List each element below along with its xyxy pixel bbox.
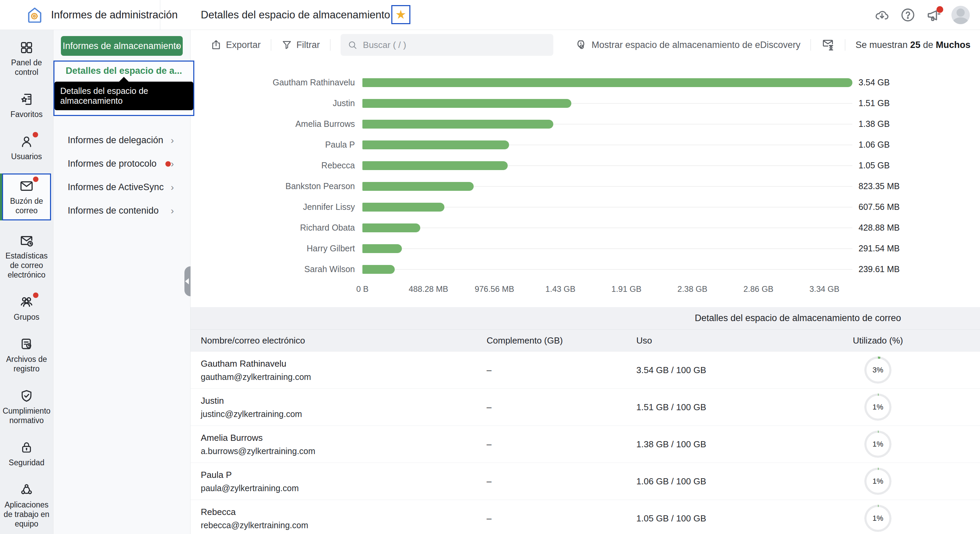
chart-category-label: Jennifer Lissy: [191, 202, 363, 212]
sidebar-item-aplicaciones-de-trabajo-en-equipo[interactable]: Aplicaciones de trabajo en equipo: [2, 480, 51, 531]
chart-bar: [363, 99, 571, 108]
lock-icon: [19, 440, 34, 455]
used-percent-donut: 1%: [864, 468, 891, 495]
chart-value-label: 239.61 MB: [853, 264, 980, 274]
table-row: Justin justinc@zylkertraining.com – 1.51…: [191, 389, 980, 426]
sidebar-item-archivos-de-registro[interactable]: Archivos de registro: [2, 334, 51, 375]
sidebar-item-usuarios[interactable]: Usuarios: [2, 131, 51, 163]
sidebar-item-cumplimiento-normativo[interactable]: Cumplimiento normativo: [2, 386, 51, 427]
user-email: gautham@zylkertraining.com: [201, 372, 487, 382]
chart-row: Paula P 1.06 GB: [191, 134, 980, 155]
ediscovery-toggle[interactable]: Mostrar espacio de almacenamiento de eDi…: [574, 38, 800, 51]
x-axis-tick: 976.56 MB: [475, 284, 514, 294]
storage-reports-button[interactable]: Informes de almacenamiento ›: [61, 36, 183, 56]
chart-row: Gautham Rathinavelu 3.54 GB: [191, 72, 980, 93]
search-input[interactable]: [363, 40, 546, 50]
submenu-item-informes-de-protocolo[interactable]: Informes de protocolo ›: [53, 153, 190, 175]
chart-category-label: Harry Gilbert: [191, 243, 363, 253]
sidebar-item-favoritos[interactable]: Favoritos: [2, 89, 51, 121]
chart-bar: [363, 224, 420, 232]
search-icon: [347, 40, 358, 50]
sidebar-item-label: Archivos de registro: [3, 354, 50, 373]
table-row: Paula P paula@zylkertraining.com – 1.06 …: [191, 463, 980, 500]
sidebar-item-label: Panel de control: [3, 58, 50, 77]
groups-icon: [19, 294, 34, 310]
favorites-icon: [19, 92, 34, 107]
top-header: Informes de administración Detalles del …: [0, 0, 980, 30]
avatar[interactable]: [951, 6, 970, 24]
storage-reports-button-label: Informes de almacenamiento: [63, 41, 181, 51]
mailbox-icon: [19, 178, 34, 194]
addon-value: –: [487, 439, 636, 450]
table-body: Gautham Rathinavelu gautham@zylkertraini…: [191, 352, 980, 534]
chart-gridline: [363, 227, 853, 228]
announcements-icon[interactable]: [926, 7, 942, 23]
user-icon: [19, 134, 34, 149]
sidebar-item-panel-de-control[interactable]: Panel de control: [2, 37, 51, 79]
sidebar-nav: Panel de control Favoritos Usuarios Buzó…: [0, 30, 53, 534]
user-name: Amelia Burrows: [201, 433, 487, 443]
chart-value-label: 1.38 GB: [853, 119, 980, 129]
used-percent-donut: 1%: [864, 431, 891, 458]
chart-bar: [363, 244, 402, 253]
toolbar-divider: [845, 39, 845, 51]
sidebar-item-buz-n-de-correo[interactable]: Buzón de correo: [2, 173, 51, 220]
storage-details-tooltip: Detalles del espacio de almacenamiento: [54, 82, 193, 110]
chart-category-label: Amelia Burrows: [191, 119, 363, 129]
chart-row: Justin 1.51 GB: [191, 93, 980, 114]
submenu-item-informes-de-contenido[interactable]: Informes de contenido ›: [53, 200, 190, 221]
x-axis-tick: 1.43 GB: [546, 284, 576, 294]
sidebar-item-label: Cumplimiento normativo: [3, 406, 51, 425]
download-cloud-icon[interactable]: [874, 7, 890, 23]
mail-stats-icon: [19, 233, 34, 249]
sidebar-item-estad-sticas-de-correo-electr-nico[interactable]: Estadísticas de correo electrónico: [2, 230, 51, 281]
addon-value: –: [487, 365, 636, 375]
help-icon[interactable]: [900, 7, 916, 23]
usage-value: 1.05 GB / 100 GB: [636, 513, 793, 524]
chevron-right-icon: ›: [176, 40, 179, 51]
sidebar-item-seguridad[interactable]: Seguridad: [2, 437, 51, 469]
used-percent-label: 1%: [864, 394, 891, 421]
submenu-item-informes-de-activesync[interactable]: Informes de ActiveSync ›: [53, 176, 190, 198]
chart-row: Richard Obata 428.88 MB: [191, 217, 980, 238]
chart-bar: [363, 120, 553, 129]
col-header-used: Utilizado (%): [793, 335, 963, 346]
sidebar-item-label: Estadísticas de correo electrónico: [3, 251, 50, 280]
search-box[interactable]: [340, 34, 553, 56]
filter-button[interactable]: Filtrar: [282, 40, 320, 50]
chart-bar: [363, 78, 853, 87]
chart-gridline: [363, 248, 853, 249]
chevron-right-icon: ›: [171, 159, 174, 169]
user-name: Justin: [201, 396, 487, 406]
sidebar-item-grupos[interactable]: Grupos: [2, 292, 51, 324]
chart-row: Rebecca 1.05 GB: [191, 155, 980, 176]
mail-queue-button[interactable]: [821, 38, 835, 52]
used-percent-label: 3%: [864, 356, 891, 384]
submenu-item-storage-details[interactable]: Detalles del espacio de a...: [54, 66, 193, 76]
ediscovery-icon: [574, 38, 587, 51]
submenu-item-informes-de-delegaci-n[interactable]: Informes de delegación ›: [53, 130, 190, 151]
toolbar-divider: [330, 39, 331, 51]
used-percent-donut: 3%: [864, 356, 891, 384]
col-header-addon: Complemento (GB): [487, 335, 636, 346]
chart-category-label: Gautham Rathinavelu: [191, 78, 363, 87]
used-percent-label: 1%: [864, 468, 891, 495]
chart-row: Sarah Wilson 239.61 MB: [191, 259, 980, 280]
logs-icon: [19, 337, 34, 352]
export-icon: [210, 39, 222, 51]
chart-category-label: Paula P: [191, 140, 363, 149]
chart-value-label: 3.54 GB: [853, 78, 980, 87]
showing-count: 25: [910, 40, 920, 50]
active-report-focus-box: Detalles del espacio de a... Detalles de…: [53, 60, 194, 116]
chart-row: Bankston Pearson 823.35 MB: [191, 176, 980, 197]
favorite-star-button[interactable]: ★: [391, 5, 410, 24]
chart-rows: Gautham Rathinavelu 3.54 GB Justin 1.51 …: [191, 72, 980, 280]
filter-label: Filtrar: [296, 40, 320, 50]
export-button[interactable]: Exportar: [210, 39, 261, 51]
user-email: justinc@zylkertraining.com: [201, 409, 487, 419]
x-axis-tick: 2.86 GB: [743, 284, 773, 294]
announcements-badge: [937, 6, 943, 13]
chart-bar: [363, 182, 474, 191]
x-axis-tick: 488.28 MB: [409, 284, 448, 294]
panel-collapse-handle[interactable]: [185, 266, 191, 296]
